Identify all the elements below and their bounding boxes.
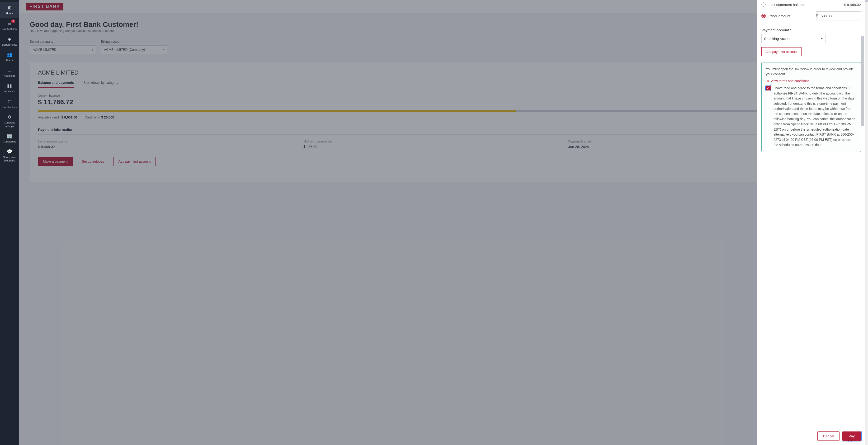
panel-scrollbar-thumb[interactable] xyxy=(861,36,864,126)
payment-panel: Last statement balance $ 9,468.02 Other … xyxy=(757,0,865,445)
users-icon: 👥 xyxy=(7,52,12,57)
grid-icon: ⊞ xyxy=(8,5,11,11)
radio-checked-icon xyxy=(762,14,766,18)
sidebar-item-label: Users xyxy=(6,58,13,62)
sidebar-item-label: Companies xyxy=(3,140,16,143)
sidebar-item-cardholders[interactable]: 🏷 Cardholders xyxy=(0,96,19,112)
sidebar-item-home[interactable]: ⊞ Home xyxy=(0,2,19,18)
layers-icon: ◆ xyxy=(8,36,11,42)
chart-icon: ▮▮ xyxy=(7,83,12,89)
terms-box: You must open the link below in order to… xyxy=(762,62,861,152)
sidebar-item-audit-logs[interactable]: ▭ Audit logs xyxy=(0,65,19,81)
sidebar-item-feedback[interactable]: 💬 Share your feedback xyxy=(0,146,19,165)
sidebar-item-label: Audit logs xyxy=(4,74,15,78)
gear-icon: ⚙ xyxy=(8,115,11,120)
payment-account-field-label: Payment account * xyxy=(762,28,861,32)
terms-intro-text: You must open the link below in order to… xyxy=(766,67,856,77)
sidebar-item-label: Share your feedback xyxy=(1,155,18,162)
sidebar-item-companies[interactable]: 🏢 Companies xyxy=(0,130,19,146)
sidebar-item-label: Company settings xyxy=(1,121,18,128)
terms-checkbox[interactable]: ✓ xyxy=(766,86,771,90)
sidebar-item-label: Departments xyxy=(2,43,17,46)
cursor-icon: ⬚ xyxy=(848,437,852,443)
sidebar-item-label: Notifications xyxy=(2,27,17,31)
radio-row-last-statement[interactable]: Last statement balance $ 9,468.02 xyxy=(762,0,861,9)
radio-last-statement-value: $ 9,468.02 xyxy=(844,3,861,7)
document-icon: 🗎 xyxy=(766,79,769,83)
card-icon: ▭ xyxy=(8,68,12,73)
payment-account-selected: Checking Account xyxy=(764,36,793,40)
chat-icon: 💬 xyxy=(7,149,12,154)
sidebar: › ⊞ Home ☰ 0 Notifications ◆ Departments… xyxy=(0,0,19,445)
sidebar-item-label: Cardholders xyxy=(2,106,17,109)
currency-prefix: $ xyxy=(816,12,818,20)
sidebar-item-label: Analytics xyxy=(4,90,15,93)
view-terms-label: View terms and conditions xyxy=(771,79,809,83)
radio-row-other-amount[interactable]: Other amount $ xyxy=(762,9,861,23)
radio-unchecked-icon xyxy=(762,2,766,7)
tag-icon: 🏷 xyxy=(7,99,12,104)
sidebar-item-users[interactable]: 👥 Users xyxy=(0,49,19,65)
panel-add-payment-account-button[interactable]: Add payment account xyxy=(762,47,802,56)
other-amount-input[interactable] xyxy=(818,12,865,20)
payment-account-select[interactable]: Checking Account ▾ xyxy=(762,34,826,43)
modal-overlay xyxy=(19,0,868,445)
notification-badge: 0 xyxy=(11,20,15,23)
radio-other-amount-label: Other amount xyxy=(769,14,790,18)
sidebar-item-company-settings[interactable]: ⚙ Company settings xyxy=(0,112,19,130)
radio-last-statement-label: Last statement balance xyxy=(769,3,805,7)
sidebar-item-notifications[interactable]: ☰ 0 Notifications xyxy=(0,18,19,34)
chevron-down-icon: ▾ xyxy=(821,36,823,40)
sidebar-item-departments[interactable]: ◆ Departments xyxy=(0,33,19,49)
terms-agreement-text: I have read and agree to the terms and c… xyxy=(774,86,856,147)
page-scrollbar-track xyxy=(865,0,868,445)
sidebar-item-analytics[interactable]: ▮▮ Analytics xyxy=(0,80,19,96)
sidebar-item-label: Home xyxy=(6,12,13,15)
cancel-button[interactable]: Cancel xyxy=(817,432,839,441)
page-scroll-up-button[interactable] xyxy=(865,0,868,2)
view-terms-link[interactable]: 🗎 View terms and conditions xyxy=(766,79,856,83)
building-icon: 🏢 xyxy=(7,134,12,139)
